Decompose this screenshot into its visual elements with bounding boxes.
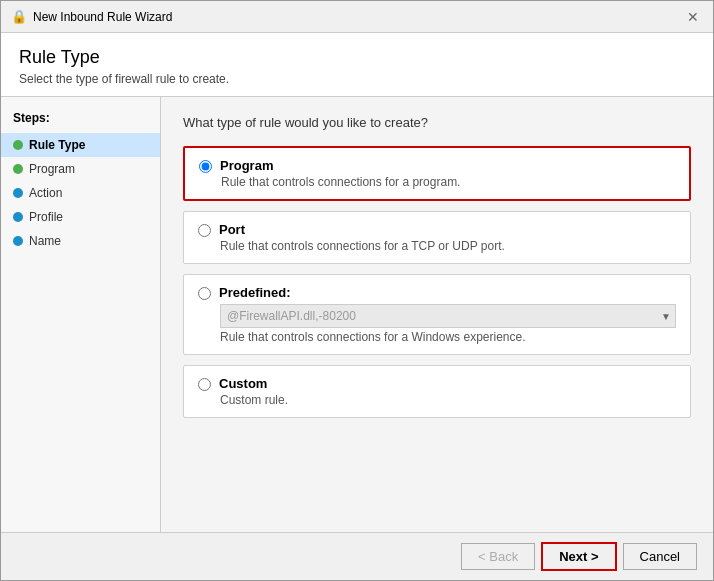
main-panel: What type of rule would you like to crea… xyxy=(161,97,713,532)
predefined-dropdown-value: @FirewallAPI.dll,-80200 xyxy=(227,309,356,323)
option-program-card: Program Rule that controls connections f… xyxy=(183,146,691,201)
cancel-button[interactable]: Cancel xyxy=(623,543,697,570)
option-predefined-desc: Rule that controls connections for a Win… xyxy=(220,330,676,344)
sidebar: Steps: Rule Type Program Action Profile … xyxy=(1,97,161,532)
option-predefined-row: Predefined: xyxy=(198,285,676,300)
close-button[interactable]: ✕ xyxy=(683,7,703,27)
sidebar-item-label-rule-type: Rule Type xyxy=(29,138,85,152)
option-custom-desc: Custom rule. xyxy=(220,393,676,407)
radio-custom[interactable] xyxy=(198,378,211,391)
dot-icon-rule-type xyxy=(13,140,23,150)
sidebar-item-label-action: Action xyxy=(29,186,62,200)
options-container: Program Rule that controls connections f… xyxy=(183,146,691,418)
title-bar: 🔒 New Inbound Rule Wizard ✕ xyxy=(1,1,713,33)
sidebar-item-name[interactable]: Name xyxy=(1,229,160,253)
content-area: Steps: Rule Type Program Action Profile … xyxy=(1,97,713,532)
option-port-row: Port xyxy=(198,222,676,237)
option-port-label: Port xyxy=(219,222,245,237)
dot-icon-name xyxy=(13,236,23,246)
option-port-desc: Rule that controls connections for a TCP… xyxy=(220,239,676,253)
option-program-desc: Rule that controls connections for a pro… xyxy=(221,175,675,189)
radio-predefined[interactable] xyxy=(198,287,211,300)
page-subtitle: Select the type of firewall rule to crea… xyxy=(19,72,695,86)
dot-icon-program xyxy=(13,164,23,174)
sidebar-item-label-profile: Profile xyxy=(29,210,63,224)
title-bar-text: New Inbound Rule Wizard xyxy=(33,10,172,24)
sidebar-item-label-name: Name xyxy=(29,234,61,248)
option-custom-card: Custom Custom rule. xyxy=(183,365,691,418)
option-program-label: Program xyxy=(220,158,273,173)
next-button[interactable]: Next > xyxy=(541,542,616,571)
page-title: Rule Type xyxy=(19,47,695,68)
option-port-card: Port Rule that controls connections for … xyxy=(183,211,691,264)
option-custom-row: Custom xyxy=(198,376,676,391)
back-button[interactable]: < Back xyxy=(461,543,535,570)
dropdown-arrow-icon: ▼ xyxy=(661,311,671,322)
wizard-window: 🔒 New Inbound Rule Wizard ✕ Rule Type Se… xyxy=(0,0,714,581)
sidebar-item-label-program: Program xyxy=(29,162,75,176)
sidebar-item-action[interactable]: Action xyxy=(1,181,160,205)
app-icon: 🔒 xyxy=(11,9,27,25)
predefined-select-wrapper: @FirewallAPI.dll,-80200 ▼ xyxy=(220,304,676,328)
option-program-row: Program xyxy=(199,158,675,173)
sidebar-item-rule-type[interactable]: Rule Type xyxy=(1,133,160,157)
footer: < Back Next > Cancel xyxy=(1,532,713,580)
title-bar-left: 🔒 New Inbound Rule Wizard xyxy=(11,9,172,25)
page-header: Rule Type Select the type of firewall ru… xyxy=(1,33,713,97)
dot-icon-action xyxy=(13,188,23,198)
sidebar-item-program[interactable]: Program xyxy=(1,157,160,181)
option-predefined-card: Predefined: @FirewallAPI.dll,-80200 ▼ Ru… xyxy=(183,274,691,355)
option-predefined-label: Predefined: xyxy=(219,285,291,300)
option-custom-label: Custom xyxy=(219,376,267,391)
sidebar-item-profile[interactable]: Profile xyxy=(1,205,160,229)
dot-icon-profile xyxy=(13,212,23,222)
question-text: What type of rule would you like to crea… xyxy=(183,115,691,130)
steps-label: Steps: xyxy=(1,107,160,133)
predefined-dropdown[interactable]: @FirewallAPI.dll,-80200 ▼ xyxy=(220,304,676,328)
radio-port[interactable] xyxy=(198,224,211,237)
radio-program[interactable] xyxy=(199,160,212,173)
